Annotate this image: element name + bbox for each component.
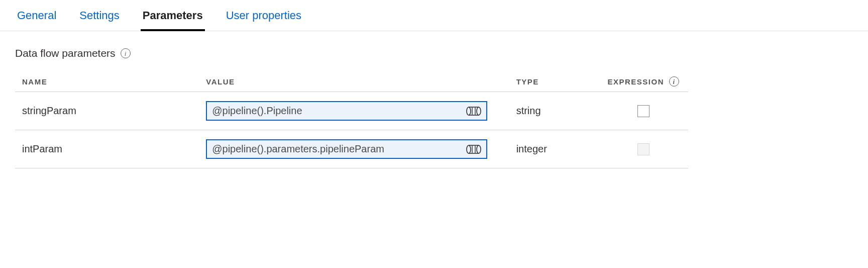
column-header-value: VALUE (199, 71, 509, 92)
column-header-expression-text: EXPRESSION (608, 77, 665, 86)
param-value-text: @pipeline().Pipeline (212, 105, 462, 117)
column-header-name: NAME (15, 71, 199, 92)
expression-checkbox[interactable] (637, 105, 649, 117)
section-heading: Data flow parameters i (15, 47, 853, 59)
parameters-panel: Data flow parameters i NAME VALUE TYPE E… (0, 31, 868, 185)
tab-general[interactable]: General (15, 6, 58, 31)
expression-builder-icon[interactable] (466, 145, 481, 154)
table-row: intParam @pipeline().parameters.pipeline… (15, 130, 688, 168)
svg-point-0 (467, 107, 471, 115)
param-value-input[interactable]: @pipeline().parameters.pipelineParam (206, 139, 487, 159)
column-header-expression: EXPRESSION i (599, 71, 688, 92)
tab-user-properties[interactable]: User properties (224, 6, 303, 31)
param-name: intParam (15, 130, 199, 168)
column-header-type: TYPE (509, 71, 599, 92)
table-row: stringParam @pipeline().Pipeline (15, 92, 688, 130)
parameters-table: NAME VALUE TYPE EXPRESSION i stringParam… (15, 71, 688, 168)
section-title-text: Data flow parameters (15, 47, 116, 59)
svg-point-1 (477, 107, 481, 115)
svg-point-6 (467, 145, 471, 153)
tab-bar: General Settings Parameters User propert… (0, 0, 868, 31)
expression-builder-icon[interactable] (466, 107, 481, 116)
param-value-text: @pipeline().parameters.pipelineParam (212, 143, 462, 155)
param-value-input[interactable]: @pipeline().Pipeline (206, 101, 487, 121)
tab-settings[interactable]: Settings (77, 6, 122, 31)
param-name: stringParam (15, 92, 199, 130)
tab-parameters[interactable]: Parameters (141, 6, 205, 31)
info-icon[interactable]: i (121, 48, 131, 58)
expression-checkbox (637, 143, 649, 155)
param-type: integer (509, 130, 599, 168)
param-type: string (509, 92, 599, 130)
svg-point-7 (477, 145, 481, 153)
info-icon[interactable]: i (669, 76, 679, 86)
